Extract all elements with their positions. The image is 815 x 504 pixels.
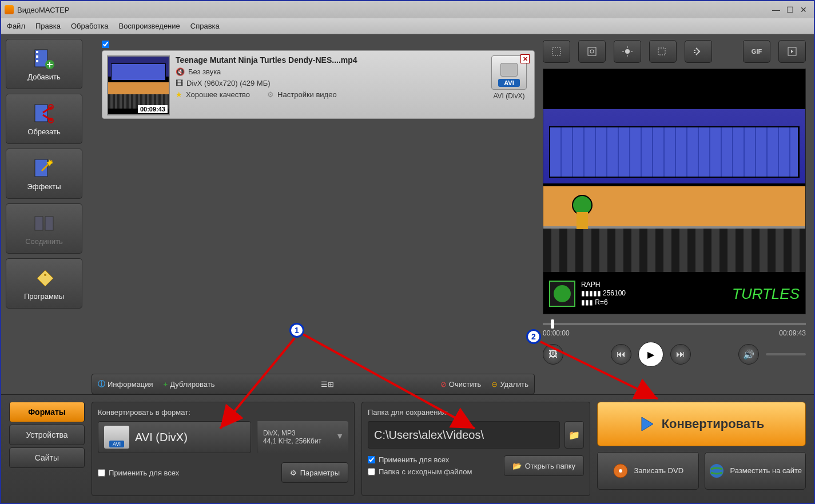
hud-score: 256100 (603, 289, 626, 298)
programs-button[interactable]: Программы (6, 258, 82, 309)
timeline[interactable] (543, 321, 806, 327)
file-item[interactable]: 00:09:43 Teenage Mutant Ninja Turtles De… (102, 50, 535, 119)
crop-tool[interactable] (543, 40, 570, 63)
app-title: ВидеоМАСТЕР (17, 6, 69, 14)
svg-rect-10 (45, 217, 53, 230)
svg-rect-20 (658, 48, 665, 55)
format-name: AVI (DivX) (135, 431, 188, 444)
sidebar: Добавить Обрезать Эффекты Соединить Прог… (1, 34, 87, 394)
disc-icon (612, 462, 629, 479)
effects-button[interactable]: Эффекты (6, 149, 82, 199)
file-checkbox[interactable] (102, 41, 109, 48)
play-button[interactable]: ▶ (638, 342, 663, 367)
svg-rect-13 (588, 47, 596, 55)
svg-rect-5 (35, 105, 47, 122)
svg-point-24 (710, 464, 723, 478)
clear-button[interactable]: ⊘Очистить (440, 380, 482, 389)
film-join-icon (33, 212, 55, 235)
hud-r: R=6 (595, 298, 607, 306)
svg-rect-1 (36, 51, 38, 53)
effects-label: Эффекты (27, 182, 61, 191)
format-meta1: DivX, MP3 (263, 429, 343, 437)
time-total: 00:09:43 (779, 329, 806, 337)
minimize-button[interactable]: — (769, 5, 783, 14)
add-button[interactable]: Добавить (6, 39, 82, 89)
stamp-tool[interactable] (578, 40, 606, 63)
menu-edit[interactable]: Правка (35, 22, 61, 30)
time-current: 00:00:00 (543, 329, 570, 337)
speed-tool[interactable] (649, 40, 677, 63)
mute-icon: 🔇 (176, 67, 185, 76)
chevron-down-icon[interactable]: ▼ (336, 431, 344, 441)
output-path[interactable]: C:\Users\alex\Videos\ (368, 421, 560, 449)
convert-label: Конвертировать в формат: (98, 408, 348, 417)
tab-devices[interactable]: Устройства (9, 425, 85, 445)
video-preview: RAPH ▮▮▮▮▮256100 ▮▮▮ R=6 TURTLES (543, 69, 806, 314)
apply-all-path-checkbox[interactable]: Применить для всех (368, 455, 472, 464)
hud-logo: TURTLES (732, 285, 800, 303)
film-plus-icon (33, 47, 55, 70)
menu-file[interactable]: Файл (7, 22, 25, 30)
apply-all-checkbox[interactable]: Применить для всех (98, 469, 179, 477)
app-icon (5, 5, 14, 14)
menu-playback[interactable]: Воспроизведение (118, 22, 180, 30)
path-panel: Папка для сохранения: C:\Users\alex\Vide… (361, 402, 590, 496)
fullscreen-tool[interactable] (778, 40, 806, 63)
svg-point-23 (619, 469, 622, 473)
params-button[interactable]: ⚙Параметры (281, 462, 348, 483)
menu-help[interactable]: Справка (190, 22, 220, 30)
svg-point-14 (590, 50, 594, 53)
browse-folder-button[interactable]: 📁 (564, 421, 584, 449)
scissors-icon (33, 102, 55, 125)
burn-dvd-button[interactable]: Записать DVD (597, 452, 699, 490)
gear-icon: ⚙ (267, 90, 274, 99)
video-info: DivX (960x720) (429 МБ) (186, 79, 271, 87)
preview-panel: GIF RAPH ▮▮▮▮▮256100 (539, 34, 814, 394)
file-thumbnail: 00:09:43 (107, 55, 170, 115)
tag-icon (33, 267, 55, 290)
next-button[interactable]: ⏭ (670, 344, 691, 365)
center-panel: 00:09:43 Teenage Mutant Ninja Turtles De… (87, 34, 539, 394)
scrubber[interactable] (551, 319, 554, 329)
snapshot-button[interactable]: 🖼 (543, 344, 563, 365)
format-selector[interactable]: AVI AVI (DivX) DivX, MP3 44,1 KHz, 256Кб… (98, 421, 348, 453)
bottom-panel: Форматы Устройства Сайты Конвертировать … (1, 394, 814, 503)
info-button[interactable]: ⓘИнформация (98, 379, 153, 389)
brightness-tool[interactable] (614, 40, 641, 63)
settings-link[interactable]: Настройки видео (277, 90, 337, 99)
tab-formats[interactable]: Форматы (9, 402, 85, 422)
menu-process[interactable]: Обработка (71, 22, 109, 30)
prev-button[interactable]: ⏮ (611, 344, 631, 365)
join-button: Соединить (6, 203, 82, 254)
gif-tool[interactable]: GIF (743, 40, 770, 63)
maximize-button[interactable]: ☐ (783, 5, 797, 14)
volume-button[interactable]: 🔊 (738, 344, 759, 365)
list-toolbar: ⓘИнформация +Дублировать ☰⊞ ⊘Очистить ⊖У… (92, 374, 535, 394)
play-arrow-icon (639, 415, 656, 433)
convert-button[interactable]: Конвертировать (597, 402, 806, 446)
format-panel: Конвертировать в формат: AVI AVI (DivX) … (92, 402, 355, 496)
duration-badge: 00:09:43 (138, 105, 168, 113)
duplicate-button[interactable]: +Дублировать (164, 380, 215, 389)
audio-info: Без звука (188, 67, 221, 76)
view-toggle[interactable]: ☰⊞ (321, 380, 334, 389)
volume-slider[interactable] (766, 353, 806, 355)
source-folder-checkbox[interactable]: Папка с исходным файлом (368, 467, 472, 476)
upload-button[interactable]: Разместить на сайте (705, 452, 806, 490)
avi-icon: AVI (104, 426, 129, 449)
cut-button[interactable]: Обрезать (6, 94, 82, 144)
hud-name: RAPH (581, 281, 600, 289)
svg-point-15 (625, 49, 630, 54)
folder-icon: 📁 (568, 430, 580, 441)
quality-info: Хорошее качество (186, 90, 250, 99)
delete-button[interactable]: ⊖Удалить (491, 380, 528, 389)
globe-icon (708, 462, 725, 479)
remove-file-button[interactable]: ✕ (520, 54, 530, 63)
close-button[interactable]: ✕ (797, 5, 810, 14)
tab-sites[interactable]: Сайты (9, 447, 85, 468)
motion-tool[interactable] (685, 40, 712, 63)
open-folder-button[interactable]: 📂Открыть папку (504, 455, 584, 476)
join-label: Соединить (25, 237, 63, 246)
cut-label: Обрезать (27, 127, 60, 136)
file-title: Teenage Mutant Ninja Turtles Dendy-NES..… (176, 55, 483, 65)
